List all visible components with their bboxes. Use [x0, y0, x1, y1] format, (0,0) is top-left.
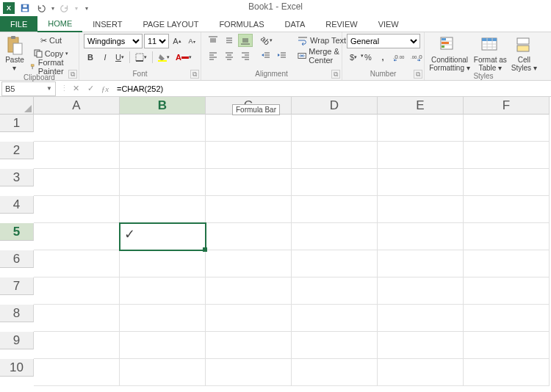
cell[interactable]: [464, 223, 550, 250]
redo-dropdown-icon[interactable]: ▾: [75, 5, 78, 12]
increase-font-icon[interactable]: A▴: [170, 35, 184, 48]
column-header[interactable]: B: [120, 97, 206, 115]
increase-indent-icon[interactable]: [275, 49, 289, 62]
cell[interactable]: [34, 169, 120, 196]
cell[interactable]: [34, 223, 120, 250]
cell[interactable]: [120, 196, 206, 223]
cell[interactable]: [292, 223, 378, 250]
cell[interactable]: [206, 115, 292, 142]
cell[interactable]: [378, 359, 464, 386]
cell[interactable]: [206, 332, 292, 359]
percent-format-icon[interactable]: %: [361, 51, 375, 64]
font-color-button[interactable]: A▾: [173, 51, 194, 64]
cell[interactable]: [206, 196, 292, 223]
cell[interactable]: [378, 223, 464, 250]
cell[interactable]: [292, 196, 378, 223]
paste-button[interactable]: Paste▾: [4, 34, 25, 72]
row-header[interactable]: 6: [0, 250, 34, 268]
decrease-indent-icon[interactable]: [259, 49, 273, 62]
tab-page-layout[interactable]: PAGE LAYOUT: [132, 16, 209, 32]
row-header[interactable]: 10: [0, 359, 34, 377]
cell[interactable]: [120, 115, 206, 142]
cell[interactable]: [464, 250, 550, 277]
tab-formulas[interactable]: FORMULAS: [209, 16, 274, 32]
enter-formula-icon[interactable]: ✓: [83, 81, 98, 96]
cell[interactable]: [120, 305, 206, 332]
cell[interactable]: [378, 169, 464, 196]
align-bottom-icon[interactable]: [238, 34, 253, 47]
undo-icon[interactable]: [35, 2, 47, 14]
row-header[interactable]: 5: [0, 223, 34, 241]
tab-data[interactable]: DATA: [275, 16, 316, 32]
cell[interactable]: [464, 332, 550, 359]
redo-icon[interactable]: [59, 2, 71, 14]
border-button[interactable]: ▾: [133, 51, 149, 64]
cell[interactable]: [378, 277, 464, 305]
font-name-combo[interactable]: Wingdings: [84, 34, 143, 48]
increase-decimal-icon[interactable]: .0.00: [391, 51, 407, 64]
cell[interactable]: [34, 196, 120, 223]
row-header[interactable]: 1: [0, 115, 34, 132]
cell[interactable]: [34, 250, 120, 277]
cell[interactable]: [34, 359, 120, 386]
format-painter-button[interactable]: Format Painter: [28, 60, 74, 73]
cell[interactable]: [206, 305, 292, 332]
align-middle-icon[interactable]: [222, 34, 237, 47]
undo-dropdown-icon[interactable]: ▾: [51, 5, 54, 12]
align-right-icon[interactable]: [238, 49, 253, 62]
column-header[interactable]: D: [292, 97, 378, 115]
align-top-icon[interactable]: [206, 34, 220, 47]
underline-button[interactable]: U▾: [113, 51, 126, 64]
row-header[interactable]: 4: [0, 196, 34, 214]
tab-review[interactable]: REVIEW: [315, 16, 367, 32]
number-launcher-icon[interactable]: ⧉: [414, 70, 422, 79]
row-header[interactable]: 3: [0, 169, 34, 186]
font-size-combo[interactable]: 11: [144, 34, 169, 48]
row-header[interactable]: 7: [0, 277, 34, 295]
decrease-decimal-icon[interactable]: .00.0: [408, 51, 425, 64]
cell[interactable]: [120, 359, 206, 386]
tab-home[interactable]: HOME: [37, 16, 82, 32]
formula-input[interactable]: [112, 84, 551, 93]
cell[interactable]: [206, 169, 292, 196]
cell[interactable]: [206, 277, 292, 305]
cell[interactable]: [34, 305, 120, 332]
cell[interactable]: [292, 169, 378, 196]
column-header[interactable]: E: [378, 97, 464, 115]
cell[interactable]: [206, 142, 292, 169]
cell[interactable]: [120, 169, 206, 196]
cell[interactable]: [120, 277, 206, 305]
row-header[interactable]: 2: [0, 142, 34, 159]
cell[interactable]: [120, 250, 206, 277]
select-all-corner[interactable]: [0, 97, 34, 115]
cell[interactable]: [378, 305, 464, 332]
cell[interactable]: [378, 115, 464, 142]
row-header[interactable]: 9: [0, 332, 34, 349]
bold-button[interactable]: B: [84, 51, 97, 64]
cell[interactable]: [34, 115, 120, 142]
cell[interactable]: [120, 332, 206, 359]
cell[interactable]: [292, 305, 378, 332]
cell[interactable]: [378, 332, 464, 359]
orientation-icon[interactable]: ab▾: [259, 34, 275, 47]
cell[interactable]: [34, 332, 120, 359]
tab-file[interactable]: FILE: [0, 16, 37, 32]
cell-styles-button[interactable]: CellStyles ▾: [511, 34, 538, 72]
cell[interactable]: ✓: [120, 223, 206, 250]
decrease-font-icon[interactable]: A▾: [185, 35, 198, 48]
cell[interactable]: [292, 142, 378, 169]
column-header[interactable]: A: [34, 97, 120, 115]
cell[interactable]: [206, 223, 292, 250]
cell[interactable]: [464, 305, 550, 332]
cell[interactable]: [292, 115, 378, 142]
align-left-icon[interactable]: [206, 49, 220, 62]
format-as-table-button[interactable]: Format asTable ▾: [473, 34, 508, 72]
cell[interactable]: [206, 359, 292, 386]
cell[interactable]: [292, 359, 378, 386]
cell[interactable]: [206, 250, 292, 277]
cell[interactable]: [464, 169, 550, 196]
tab-insert[interactable]: INSERT: [82, 16, 132, 32]
save-icon[interactable]: [19, 2, 31, 14]
insert-function-icon[interactable]: ƒx: [98, 81, 112, 96]
cell[interactable]: [464, 359, 550, 386]
